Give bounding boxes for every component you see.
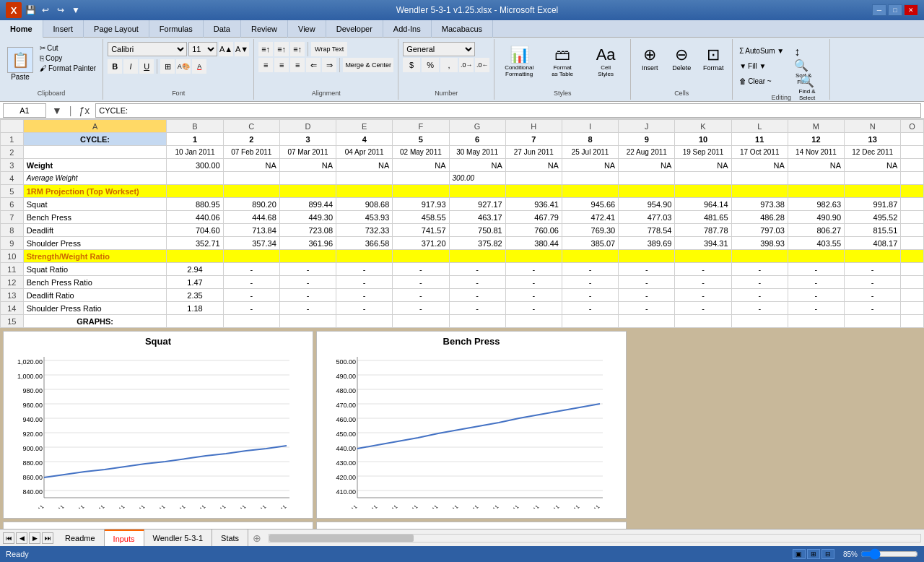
table-cell[interactable]: 352.71	[167, 237, 223, 250]
prev-sheet-button[interactable]: ◀	[16, 532, 27, 544]
table-cell[interactable]	[845, 250, 901, 263]
horizontal-scroll-thumb[interactable]	[269, 535, 414, 542]
table-cell[interactable]	[788, 315, 844, 328]
table-cell[interactable]: 453.93	[336, 211, 393, 224]
table-cell[interactable]	[901, 250, 924, 263]
table-cell[interactable]: NA	[845, 159, 901, 172]
table-cell[interactable]: 495.52	[845, 211, 901, 224]
tab-developer[interactable]: Developer	[326, 20, 383, 38]
table-cell[interactable]	[336, 172, 393, 185]
table-cell[interactable]	[901, 198, 924, 211]
table-cell[interactable]: -	[562, 302, 618, 315]
table-cell[interactable]: 300.00	[449, 172, 505, 185]
col-header-f[interactable]: F	[393, 120, 449, 133]
table-cell[interactable]	[23, 146, 167, 159]
sheet-tab-stats[interactable]: Stats	[212, 529, 248, 547]
table-cell[interactable]: -	[505, 289, 562, 302]
table-cell[interactable]: 723.08	[279, 224, 336, 237]
table-cell[interactable]: 30 May 2011	[449, 146, 505, 159]
col-header-j[interactable]: J	[619, 120, 675, 133]
table-cell[interactable]: -	[393, 276, 449, 289]
table-cell[interactable]	[562, 250, 618, 263]
table-cell[interactable]	[279, 250, 336, 263]
table-cell[interactable]: 12 Dec 2011	[845, 146, 901, 159]
save-button[interactable]: 💾	[24, 4, 37, 17]
table-cell[interactable]	[393, 315, 449, 328]
table-cell[interactable]: NA	[449, 159, 505, 172]
table-cell[interactable]: Bench Press Ratio	[23, 276, 167, 289]
table-cell[interactable]	[901, 263, 924, 276]
table-cell[interactable]: -	[675, 276, 731, 289]
table-cell[interactable]: 27 Jun 2011	[505, 146, 562, 159]
table-cell[interactable]	[167, 185, 223, 198]
tab-add-ins[interactable]: Add-Ins	[383, 20, 432, 38]
table-cell[interactable]	[731, 250, 788, 263]
table-cell[interactable]: NA	[505, 159, 562, 172]
table-cell[interactable]: 300.00	[167, 159, 223, 172]
col-header-a[interactable]: A	[23, 120, 167, 133]
table-cell[interactable]: -	[731, 276, 788, 289]
table-cell[interactable]	[449, 315, 505, 328]
table-cell[interactable]: 945.66	[562, 198, 618, 211]
table-cell[interactable]: -	[788, 263, 844, 276]
table-cell[interactable]	[167, 315, 223, 328]
number-format-select[interactable]: General	[403, 42, 475, 56]
table-cell[interactable]	[619, 250, 675, 263]
formula-input[interactable]	[95, 103, 921, 118]
table-cell[interactable]: 366.58	[336, 237, 393, 250]
table-cell[interactable]: -	[845, 276, 901, 289]
table-cell[interactable]: 732.33	[336, 224, 393, 237]
align-top-center-button[interactable]: ≡↑	[274, 42, 289, 56]
table-cell[interactable]: NA	[279, 159, 336, 172]
col-header-o[interactable]: O	[901, 120, 924, 133]
table-cell[interactable]	[505, 315, 562, 328]
table-cell[interactable]	[901, 146, 924, 159]
table-cell[interactable]: 2.94	[167, 263, 223, 276]
table-cell[interactable]: 8	[562, 133, 618, 146]
border-button[interactable]: ⊞	[160, 59, 175, 74]
col-header-n[interactable]: N	[845, 120, 901, 133]
table-cell[interactable]: 806.27	[788, 224, 844, 237]
table-cell[interactable]	[393, 250, 449, 263]
table-cell[interactable]: 797.03	[731, 224, 788, 237]
table-cell[interactable]: 403.55	[788, 237, 844, 250]
table-cell[interactable]: -	[393, 289, 449, 302]
format-button[interactable]: ⊡ Format	[699, 43, 728, 74]
formula-expand-icon[interactable]: ▼	[49, 105, 65, 116]
insert-function-icon[interactable]: ƒx	[77, 105, 93, 116]
table-cell[interactable]: 769.30	[562, 224, 618, 237]
clear-button[interactable]: 🗑 Clear ~	[737, 74, 786, 88]
table-cell[interactable]	[901, 159, 924, 172]
table-cell[interactable]: 02 May 2011	[393, 146, 449, 159]
table-cell[interactable]: 964.14	[675, 198, 731, 211]
table-cell[interactable]: Shoulder Press	[23, 237, 167, 250]
table-cell[interactable]: 936.41	[505, 198, 562, 211]
tab-macabacus[interactable]: Macabacus	[432, 20, 493, 38]
table-cell[interactable]: 444.68	[223, 211, 279, 224]
fill-button[interactable]: ▼ Fill ▼	[737, 59, 786, 73]
increase-decimal-button[interactable]: .0→	[459, 58, 474, 72]
align-top-left-button[interactable]: ≡↑	[258, 42, 273, 56]
table-cell[interactable]: 12	[788, 133, 844, 146]
table-cell[interactable]	[675, 250, 731, 263]
table-cell[interactable]	[731, 315, 788, 328]
align-top-right-button[interactable]: ≡↑	[290, 42, 305, 56]
table-cell[interactable]: 19 Sep 2011	[675, 146, 731, 159]
sheet-tab-inputs[interactable]: Inputs	[105, 529, 144, 547]
table-cell[interactable]: -	[619, 289, 675, 302]
table-cell[interactable]	[336, 315, 393, 328]
col-header-i[interactable]: I	[562, 120, 618, 133]
table-cell[interactable]	[562, 185, 618, 198]
table-cell[interactable]	[505, 250, 562, 263]
underline-button[interactable]: U	[139, 59, 154, 74]
table-cell[interactable]	[223, 172, 279, 185]
tab-insert[interactable]: Insert	[43, 20, 84, 38]
table-cell[interactable]: 917.93	[393, 198, 449, 211]
table-cell[interactable]	[449, 250, 505, 263]
table-cell[interactable]: 954.90	[619, 198, 675, 211]
col-header-g[interactable]: G	[449, 120, 505, 133]
table-cell[interactable]: 477.03	[619, 211, 675, 224]
table-cell[interactable]	[336, 185, 393, 198]
table-cell[interactable]	[845, 185, 901, 198]
table-cell[interactable]: -	[336, 276, 393, 289]
